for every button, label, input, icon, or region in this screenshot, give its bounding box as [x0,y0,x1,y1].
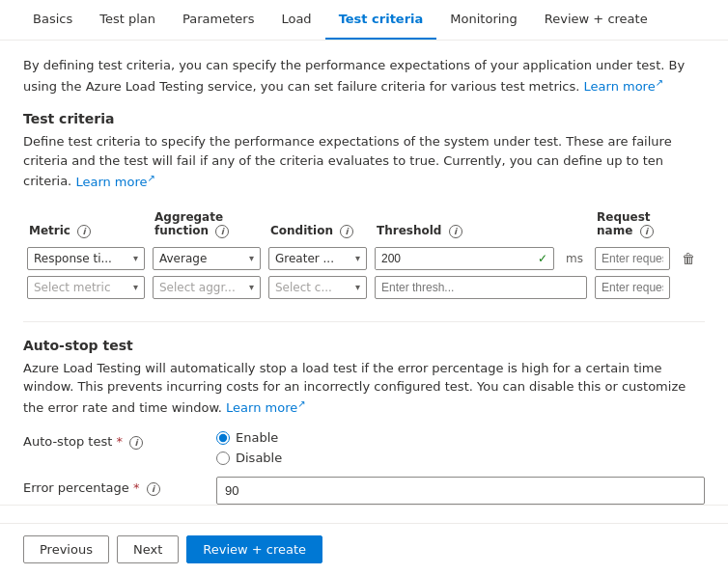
condition-info-icon[interactable]: i [340,225,353,238]
metric-dropdown-row1[interactable]: Response ti... ▾ [27,247,145,270]
section-divider [23,321,705,322]
table-row: Response ti... ▾ Average ▾ Greater ... ▾ [23,244,705,273]
col-header-condition: Condition i [265,206,371,244]
chevron-down-icon-6: ▾ [355,282,360,292]
metric-info-icon[interactable]: i [77,225,91,238]
autostop-learn-more-link[interactable]: Learn more↗ [226,400,306,415]
previous-button[interactable]: Previous [23,535,109,563]
external-link-icon-2: ↗ [148,172,155,182]
criteria-table: Metric i Aggregate function i Condition … [23,206,705,302]
error-percentage-input[interactable] [216,477,705,505]
autostop-enable-option[interactable]: Enable [216,430,705,445]
chevron-down-icon-3: ▾ [355,253,360,263]
threshold-info-icon[interactable]: i [449,225,462,238]
autostop-description: Azure Load Testing will automatically st… [23,359,705,418]
ms-label-row1: ms [562,252,587,265]
autostop-disable-option[interactable]: Disable [216,451,705,465]
navigation-tabs: Basics Test plan Parameters Load Test cr… [0,0,728,41]
delete-row1-button[interactable]: 🗑 [678,249,699,268]
autostop-enable-radio[interactable] [216,431,230,445]
threshold-check-icon: ✓ [532,252,553,265]
aggregate-dropdown-row1[interactable]: Average ▾ [153,247,261,270]
aggregate-dropdown-row2[interactable]: Select aggr... ▾ [153,276,261,299]
threshold-input-row1[interactable]: ✓ [375,247,554,270]
tab-monitoring[interactable]: Monitoring [436,0,531,40]
chevron-down-icon-2: ▾ [249,253,254,263]
col-header-threshold: Threshold i [371,206,591,244]
review-create-button[interactable]: Review + create [186,535,322,563]
external-link-icon-3: ↗ [297,398,305,409]
tab-test-criteria[interactable]: Test criteria [325,0,437,40]
intro-description: By defining test criteria, you can speci… [23,56,705,96]
error-percentage-control [216,477,705,505]
tab-load[interactable]: Load [267,0,324,40]
error-percentage-row: Error percentage * i [23,477,705,505]
chevron-down-icon: ▾ [133,253,138,263]
autostop-options: Enable Disable [216,430,705,465]
col-header-request-name: Request name i [591,206,674,244]
autostop-label: Auto-stop test * i [23,430,216,450]
col-header-metric: Metric i [23,206,149,244]
table-row: Select metric ▾ Select aggr... ▾ Select … [23,273,705,302]
main-content: By defining test criteria, you can speci… [0,41,728,575]
autostop-heading: Auto-stop test [23,338,705,353]
autostop-radio-group: Enable Disable [216,430,705,465]
request-name-input-row2[interactable] [595,276,670,299]
autostop-info-icon[interactable]: i [129,436,143,450]
request-info-icon[interactable]: i [640,225,654,238]
condition-dropdown-row1[interactable]: Greater ... ▾ [268,247,367,270]
autostop-toggle-row: Auto-stop test * i Enable Disable [23,430,705,465]
criteria-learn-more-link[interactable]: Learn more↗ [75,175,155,189]
criteria-section-description: Define test criteria to specify the perf… [23,132,705,191]
tab-basics[interactable]: Basics [19,0,86,40]
next-button[interactable]: Next [117,535,179,563]
external-link-icon: ↗ [656,77,663,88]
autostop-disable-radio[interactable] [216,452,230,465]
condition-dropdown-row2[interactable]: Select c... ▾ [268,276,367,299]
request-name-input-row1[interactable] [595,247,670,270]
col-header-aggregate: Aggregate function i [149,206,265,244]
chevron-down-icon-5: ▾ [249,282,254,292]
tab-parameters[interactable]: Parameters [169,0,267,40]
error-percentage-label: Error percentage * i [23,477,216,496]
metric-dropdown-row2[interactable]: Select metric ▾ [27,276,145,299]
error-percentage-info-icon[interactable]: i [147,482,160,496]
threshold-input-row2[interactable] [375,276,587,299]
aggregate-info-icon[interactable]: i [215,225,229,238]
tab-review-create[interactable]: Review + create [531,0,661,40]
bottom-nav-bar: Previous Next Review + create [0,523,728,575]
criteria-section-heading: Test criteria [23,111,705,126]
chevron-down-icon-4: ▾ [133,282,138,292]
tab-test-plan[interactable]: Test plan [86,0,169,40]
threshold-field-row1[interactable] [376,248,532,269]
intro-learn-more-link[interactable]: Learn more↗ [584,79,664,94]
